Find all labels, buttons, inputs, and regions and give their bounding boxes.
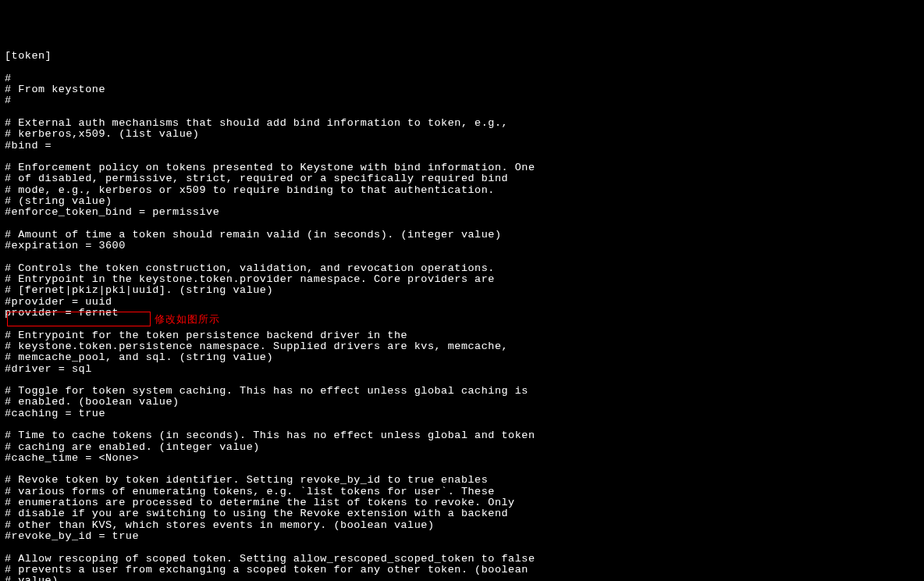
config-file-content: [token] # # From keystone # # External a…	[5, 50, 535, 581]
annotation-label: 修改如图所示	[155, 314, 220, 325]
terminal-editor[interactable]: [token] # # From keystone # # External a…	[5, 51, 919, 581]
